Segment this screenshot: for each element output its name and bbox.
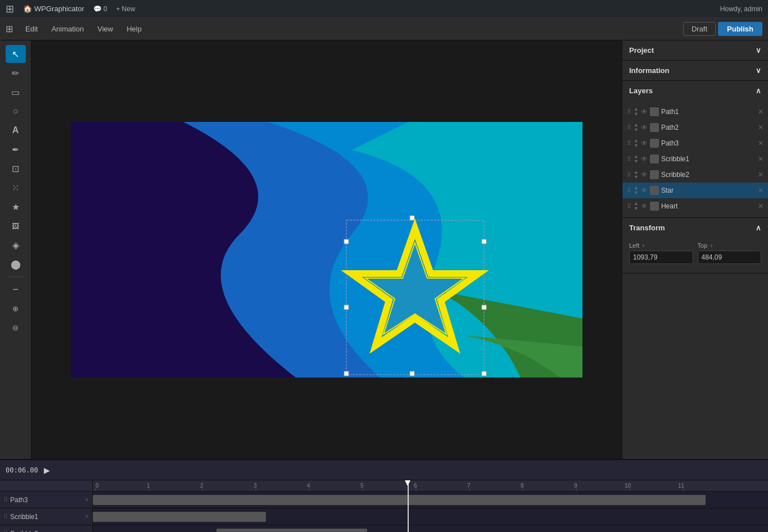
down-arrow-icon[interactable]: ▼ <box>634 190 639 195</box>
canvas[interactable] <box>71 122 582 378</box>
delete-layer-icon[interactable]: ✕ <box>758 171 764 179</box>
comments-link[interactable]: 💬 0 <box>93 5 107 13</box>
timeline-labels: ⠿ Path3 ✕ ⠿ Scribble1 ✕ ⠿ Scribble2 ✕ ⠿ … <box>0 480 93 532</box>
menu-animation[interactable]: Animation <box>46 22 89 35</box>
layer-arrows: ▲ ▼ <box>634 122 639 133</box>
down-arrow-icon[interactable]: ▼ <box>634 128 639 133</box>
svg-rect-5 <box>344 371 349 376</box>
layers-header[interactable]: Layers ∧ <box>622 81 768 101</box>
tool-text[interactable]: A <box>6 121 26 139</box>
tool-droplet[interactable]: ◈ <box>6 236 26 254</box>
layer-item-path1[interactable]: ⠿ ▲ ▼ 👁 Path1 ✕ <box>622 104 768 120</box>
visibility-icon[interactable]: 👁 <box>641 187 648 194</box>
layer-arrows: ▲ ▼ <box>634 170 639 180</box>
app-toolbar: ⊞ Edit Animation View Help Draft Publish <box>0 18 768 40</box>
track-scribble2[interactable] <box>93 525 768 532</box>
layer-item-star[interactable]: ⠿ ▲ ▼ 👁 Star ✕ <box>622 183 768 198</box>
menu-edit[interactable]: Edit <box>20 22 43 35</box>
information-section: Information ∨ <box>622 61 768 81</box>
app-wp-icon: ⊞ <box>6 24 13 34</box>
close-scribble1-icon[interactable]: ✕ <box>84 513 89 520</box>
layer-item-heart[interactable]: ⠿ ▲ ▼ 👁 Heart ✕ <box>622 198 768 214</box>
tool-rect[interactable]: ▭ <box>6 83 26 101</box>
layer-thumbnail <box>650 107 659 116</box>
down-arrow-icon[interactable]: ▼ <box>634 159 639 164</box>
tool-select[interactable]: ↖ <box>6 45 26 63</box>
timeline-label-scribble2: ⠿ Scribble2 ✕ <box>0 525 92 532</box>
visibility-icon[interactable]: 👁 <box>641 155 648 163</box>
tool-star[interactable]: ★ <box>6 198 26 216</box>
ruler-svg: 0 1 2 3 4 5 6 7 8 <box>93 480 768 491</box>
top-plus-icon[interactable]: + <box>710 242 713 249</box>
visibility-icon[interactable]: 👁 <box>641 139 648 147</box>
drag-icon: ⠿ <box>627 203 631 210</box>
new-item-link[interactable]: + New <box>116 5 135 13</box>
layer-item-scribble2[interactable]: ⠿ ▲ ▼ 👁 Scribble2 ✕ <box>622 167 768 183</box>
delete-layer-icon[interactable]: ✕ <box>758 187 764 194</box>
close-path3-icon[interactable]: ✕ <box>84 497 89 503</box>
play-button[interactable]: ▶ <box>44 466 50 475</box>
svg-text:5: 5 <box>360 483 364 489</box>
transform-top-field: Top + <box>698 242 762 264</box>
visibility-icon[interactable]: 👁 <box>641 108 648 116</box>
delete-layer-icon[interactable]: ✕ <box>758 139 764 147</box>
tool-transform[interactable]: ⊡ <box>6 160 26 178</box>
tool-pen[interactable]: ✒ <box>6 140 26 158</box>
tool-zoom-fit[interactable]: ⊕ <box>6 299 26 317</box>
delete-layer-icon[interactable]: ✕ <box>758 155 764 163</box>
down-arrow-icon[interactable]: ▼ <box>634 175 639 180</box>
layer-item-path3[interactable]: ⠿ ▲ ▼ 👁 Path3 ✕ <box>622 135 768 151</box>
tool-zoom-in[interactable]: ⊖ <box>6 319 26 337</box>
layer-name-path1: Path1 <box>661 108 756 116</box>
project-header[interactable]: Project ∨ <box>622 40 768 60</box>
menu-help[interactable]: Help <box>121 22 147 35</box>
tool-zoom-out[interactable]: − <box>6 280 26 298</box>
top-input[interactable] <box>698 251 762 264</box>
canvas-area[interactable] <box>31 40 622 459</box>
publish-button[interactable]: Publish <box>718 22 762 36</box>
track-path3[interactable] <box>93 492 768 508</box>
svg-rect-3 <box>344 239 349 244</box>
svg-text:2: 2 <box>200 483 204 489</box>
tool-nodes[interactable]: ⁙ <box>6 179 26 197</box>
visibility-icon[interactable]: 👁 <box>641 171 648 179</box>
tool-fill[interactable]: ⬤ <box>6 255 26 273</box>
information-header[interactable]: Information ∨ <box>622 61 768 80</box>
tool-image[interactable]: 🖼 <box>6 217 26 235</box>
svg-text:9: 9 <box>574 483 577 489</box>
site-name[interactable]: 🏠 WPGraphicator <box>23 4 84 13</box>
svg-text:6: 6 <box>414 483 417 489</box>
track-bar-scribble2 <box>216 529 367 532</box>
project-section: Project ∨ <box>622 40 768 61</box>
layers-list: ⠿ ▲ ▼ 👁 Path1 ✕ ⠿ ▲ ▼ <box>622 101 768 217</box>
layer-thumbnail <box>650 139 659 148</box>
down-arrow-icon[interactable]: ▼ <box>634 112 639 117</box>
layer-name-star: Star <box>661 187 756 194</box>
transform-header[interactable]: Transform ∧ <box>622 218 768 238</box>
layer-item-scribble1[interactable]: ⠿ ▲ ▼ 👁 Scribble1 ✕ <box>622 151 768 167</box>
track-bar-scribble1 <box>93 512 266 522</box>
tool-circle[interactable]: ○ <box>6 102 26 120</box>
layer-name-scribble1: Scribble1 <box>661 155 756 163</box>
delete-layer-icon[interactable]: ✕ <box>758 202 764 210</box>
down-arrow-icon[interactable]: ▼ <box>634 143 639 148</box>
menu-view[interactable]: View <box>92 22 119 35</box>
information-chevron-icon: ∨ <box>756 66 761 75</box>
drag-icon: ⠿ <box>627 156 631 163</box>
svg-text:1: 1 <box>147 483 150 489</box>
visibility-icon[interactable]: 👁 <box>641 124 648 131</box>
visibility-icon[interactable]: 👁 <box>641 202 648 210</box>
left-plus-icon[interactable]: + <box>641 242 645 249</box>
layer-item-path2[interactable]: ⠿ ▲ ▼ 👁 Path2 ✕ <box>622 120 768 135</box>
timeline-header: 00:06.00 ▶ <box>0 460 768 480</box>
track-scribble1[interactable] <box>93 508 768 525</box>
left-input[interactable] <box>629 251 693 264</box>
home-icon: 🏠 <box>23 4 32 13</box>
tool-pencil[interactable]: ✏ <box>6 64 26 82</box>
transform-content: Left + Top + <box>622 238 768 273</box>
down-arrow-icon[interactable]: ▼ <box>634 206 639 211</box>
ruler[interactable]: 0 1 2 3 4 5 6 7 8 <box>93 480 768 492</box>
delete-layer-icon[interactable]: ✕ <box>758 108 764 116</box>
delete-layer-icon[interactable]: ✕ <box>758 124 764 131</box>
draft-button[interactable]: Draft <box>683 22 716 36</box>
